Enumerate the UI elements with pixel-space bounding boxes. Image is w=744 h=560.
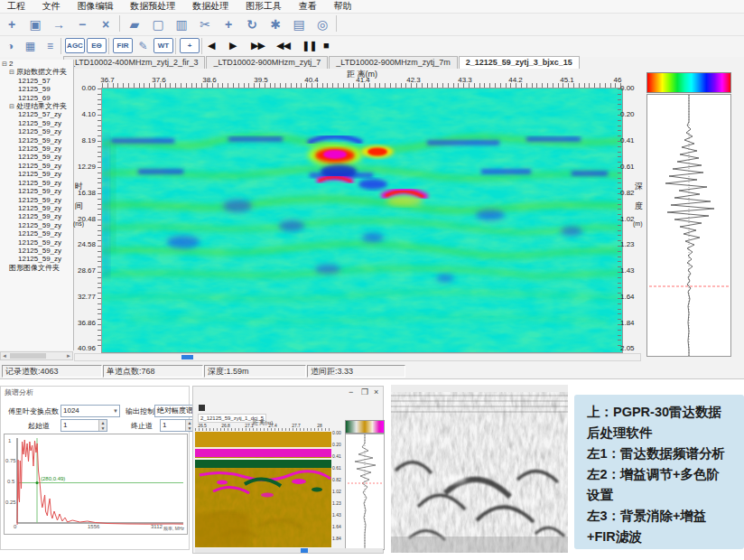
minimize-icon[interactable]: − (349, 388, 353, 397)
tree-horizontal-scrollbar[interactable]: ◄ ► (0, 351, 73, 360)
x-tick: 1556 (88, 524, 99, 529)
print-icon[interactable]: ▤ (289, 15, 309, 33)
scroll-thumb[interactable] (181, 355, 193, 359)
radar-section-canvas[interactable] (101, 88, 623, 353)
tab-file-1[interactable]: _LTD10002-400MHzm_zytj_2_fir_3 (63, 56, 205, 69)
tree-item[interactable]: 12125_59_zy (0, 255, 73, 263)
tree-item[interactable]: 12125_59_zy (0, 179, 73, 187)
palette-icon[interactable]: ◑ (2, 38, 19, 54)
save-icon[interactable]: ▢ (148, 15, 168, 33)
menu-help[interactable]: 帮助 (326, 0, 358, 13)
mini-depth-tick: 1.84 (332, 536, 345, 541)
tree-item[interactable]: 12125_57 (0, 77, 73, 85)
tree-item[interactable]: 12125_59_zy (0, 247, 73, 255)
tree-item[interactable]: 12125_59_zy (0, 170, 73, 178)
menu-view[interactable]: 查看 (292, 0, 324, 13)
menu-file[interactable]: 文件 (35, 0, 68, 13)
fir-filter-button[interactable]: FIR (113, 38, 133, 53)
mini-radar-canvas[interactable] (195, 432, 331, 547)
tree-item[interactable]: ⊟ 2 (0, 60, 73, 68)
file-remove-icon[interactable]: − (72, 15, 92, 33)
caption-box: 上：PGPR-30雷达数据 后处理软件 左1：雷达数据频谱分析 左2：增益调节+… (574, 395, 744, 549)
tab-file-3[interactable]: _LTD10002-900MHzm_zytj_7m (329, 56, 457, 69)
histogram-icon[interactable]: ▦ (22, 38, 39, 54)
stop-button[interactable]: ■ (323, 36, 329, 54)
save-image-icon[interactable]: ▥ (172, 15, 191, 33)
scroll-thumb[interactable] (10, 353, 46, 359)
print-preview-icon[interactable]: ◎ (312, 15, 332, 33)
restore-icon[interactable]: ❐ (361, 388, 368, 397)
end-trace-stepper[interactable]: 1▲▼ (160, 419, 194, 432)
file-delete-icon[interactable]: × (96, 15, 116, 33)
tree-item[interactable]: 12125_59_zy (0, 145, 73, 153)
agc-gain-button[interactable]: AGC (65, 38, 85, 53)
start-trace-stepper[interactable]: 1▲▼ (60, 419, 107, 432)
tree-item[interactable]: 图形图像文件夹 (0, 264, 73, 272)
rewind-button[interactable]: ◀◀ (276, 36, 290, 54)
tree-item[interactable]: 12125_59_zy (0, 187, 73, 195)
tab-file-2[interactable]: _LTD10002-900MHzm_zytj_7 (206, 56, 328, 69)
tree-item[interactable]: 12125_59_zy (0, 196, 73, 204)
tree-item[interactable]: ⊟ 原始数据文件夹 (0, 68, 73, 76)
tree-item[interactable]: 12125_59_zy (0, 229, 73, 238)
close-icon[interactable]: × (374, 388, 378, 397)
eo-filter-button[interactable]: EΘ (87, 38, 107, 53)
tree-item[interactable]: 12125_59 (0, 85, 73, 93)
depth-tick: 0.20 (620, 110, 640, 118)
paste-icon[interactable]: ▣ (25, 15, 45, 33)
collapse-icon[interactable]: ⊟ (2, 61, 7, 67)
collapse-icon[interactable]: ⊟ (9, 103, 14, 109)
tree-item[interactable]: 12125_59_zy (0, 136, 73, 145)
tree-item[interactable]: 12125_59_zy (0, 204, 73, 212)
mini-horizontal-scrollbar[interactable] (195, 548, 383, 553)
cut-folder-icon[interactable]: ✂ (195, 15, 215, 33)
scroll-left-icon[interactable]: ◄ (2, 352, 7, 359)
file-add-icon[interactable]: + (2, 15, 22, 33)
tree-item[interactable]: 12125_59_zy (0, 127, 73, 135)
time-tick: 40.96 (74, 344, 96, 352)
open-folder-icon[interactable]: ▰ (125, 15, 144, 33)
x-axis-label: 频率, MHz (163, 526, 184, 531)
mini-depth-tick: 0.20 (332, 442, 345, 447)
toolbar-process: ◑ ▦ ≡ AGC EΘ FIR ✎ WT + ◀ ▶ ▶▶ ◀◀ ❚❚ ■ (0, 35, 744, 57)
tree-item[interactable]: 12125_59_zy (0, 153, 73, 161)
center-crosshair-button[interactable]: + (180, 38, 200, 53)
time-tick: 32.77 (74, 293, 96, 301)
step-back-button[interactable]: ◀ (208, 36, 214, 54)
brush-edit-icon[interactable]: ✎ (135, 38, 152, 54)
tree-item[interactable]: ⊟ 处理结果文件夹 (0, 102, 73, 110)
tree-item[interactable]: 12125_59_zy (0, 212, 73, 220)
status-depth: 深度:1.59m (204, 365, 306, 378)
plot-horizontal-scrollbar[interactable] (74, 353, 641, 361)
wavelet-button[interactable]: WT (153, 38, 173, 53)
tree-item[interactable]: 12125_59_zy (0, 162, 73, 170)
menu-graph-tools[interactable]: 图形工具 (238, 0, 289, 13)
pause-button[interactable]: ❚❚ (302, 36, 316, 54)
tab-file-4-active[interactable]: 2_12125_59_zytj_3_bjxc_15 (459, 56, 580, 69)
refresh-file-icon[interactable]: ↻ (242, 15, 262, 33)
menu-project[interactable]: 工程 (0, 0, 33, 13)
menu-image-edit[interactable]: 图像编辑 (70, 0, 121, 13)
menu-preprocess[interactable]: 数据预处理 (123, 0, 182, 13)
import-icon[interactable]: → (49, 15, 69, 33)
collapse-icon[interactable]: ⊟ (9, 69, 14, 75)
scroll-right-icon[interactable]: ► (66, 352, 71, 359)
fft-points-select[interactable]: 1024▼ (60, 405, 120, 417)
scroll-thumb[interactable] (301, 548, 308, 553)
fast-forward-button[interactable]: ▶▶ (251, 36, 265, 54)
tree-item[interactable]: 12125_57_zy (0, 110, 73, 118)
tree-item[interactable]: 12125_59_zy (0, 221, 73, 229)
output-control-field[interactable]: 绝对幅度谱 (154, 405, 194, 417)
tree-item[interactable]: 12125_59_zy (0, 119, 73, 127)
depth-tick: 0.61 (620, 163, 640, 171)
spinner-arrows-icon[interactable]: ▲▼ (98, 420, 107, 431)
menu-process[interactable]: 数据处理 (185, 0, 236, 13)
tree-item[interactable]: 12125_59_zy (0, 238, 73, 247)
document-tabs: _LTD10002-400MHzm_zytj_2_fir_3_LTD10002-… (63, 56, 581, 70)
tree-item[interactable]: 12125_69 (0, 94, 73, 102)
settings-gear-icon[interactable]: ✱ (265, 15, 285, 33)
table-list-icon[interactable]: ≡ (42, 38, 59, 54)
time-tick: 0.00 (74, 84, 96, 92)
play-button[interactable]: ▶ (229, 36, 236, 54)
add-folder-icon[interactable]: + (219, 15, 238, 33)
